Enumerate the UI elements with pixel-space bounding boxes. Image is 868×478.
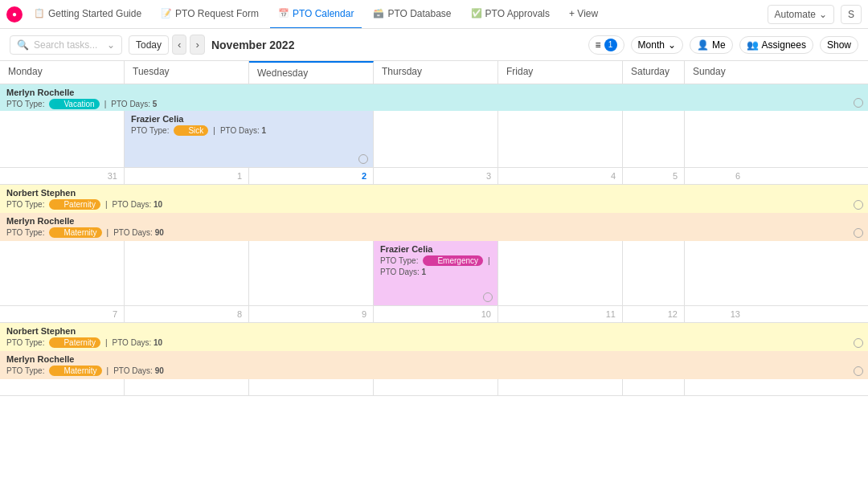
month-label: November 2022 (211, 39, 295, 51)
week2-emergency-row: Frazier Celia PTO Type: Emergency | PTO … (0, 241, 868, 305)
date-13: 13 (685, 306, 747, 322)
filter-chip[interactable]: ≡ 1 (588, 35, 624, 55)
toolbar: 🔍 Search tasks... ⌄ Today ‹ › November 2… (0, 29, 868, 61)
cell-mon-w2[interactable] (0, 241, 125, 305)
date-9: 9 (249, 306, 374, 322)
badge-maternity-w3: Maternity (49, 366, 101, 376)
header-thursday: Thursday (374, 61, 498, 84)
assignees-icon: 👥 (747, 39, 759, 51)
filter-icon: ≡ (596, 39, 601, 51)
date-8: 8 (125, 306, 249, 322)
tab-icon-pto-approvals: ✅ (471, 8, 482, 18)
expand-indicator-2 (358, 154, 368, 164)
nav-right: Automate ⌄ S (768, 5, 862, 24)
badge-sick: Sick (174, 125, 208, 136)
week-row-3: Norbert Stephen PTO Type: Paternity | PT… (0, 323, 868, 396)
maternity-dot-w3 (54, 368, 60, 374)
tab-view[interactable]: + View (561, 0, 606, 29)
prev-button[interactable]: ‹ (172, 35, 186, 55)
month-selector[interactable]: Month ⌄ (631, 36, 683, 54)
tab-pto-calendar[interactable]: 📅 PTO Calendar (270, 0, 362, 29)
tab-pto-request[interactable]: 📝 PTO Request Form (153, 0, 267, 29)
cell-sat-w2[interactable] (623, 241, 685, 305)
day-headers: Monday Tuesday Wednesday Thursday Friday… (0, 61, 868, 84)
calendar: Monday Tuesday Wednesday Thursday Friday… (0, 61, 868, 396)
share-button[interactable]: S (841, 5, 862, 24)
person-icon: 👤 (697, 39, 709, 51)
header-monday: Monday (0, 61, 125, 84)
date-1: 1 (125, 168, 249, 184)
chevron-down-icon: ⌄ (107, 39, 115, 51)
event-frazier-emergency: Frazier Celia PTO Type: Emergency | PTO … (374, 241, 498, 305)
cell-sat-w1[interactable] (623, 111, 685, 167)
week1-date-row: 31 1 2 3 4 5 6 (0, 167, 868, 184)
toolbar-right: ≡ 1 Month ⌄ 👤 Me 👥 Assignees Show (588, 35, 858, 55)
paternity-dot-w3 (54, 340, 60, 346)
week-row-1: Merlyn Rochelle PTO Type: Vacation | PTO… (0, 84, 868, 185)
expand-indicator-7 (854, 366, 863, 376)
event-frazier-sick: Frazier Celia PTO Type: Sick | PTO Days:… (125, 111, 374, 167)
date-12: 12 (623, 306, 685, 322)
tab-pto-approvals[interactable]: ✅ PTO Approvals (463, 0, 558, 29)
date-6: 6 (685, 168, 747, 184)
week-row-2: Norbert Stephen PTO Type: Paternity | PT… (0, 185, 868, 323)
header-wednesday: Wednesday (249, 61, 374, 84)
date-5: 5 (623, 168, 685, 184)
show-filter[interactable]: Show (820, 36, 858, 54)
header-saturday: Saturday (623, 61, 685, 84)
tab-pto-database[interactable]: 🗃️ PTO Database (365, 0, 459, 29)
expand-indicator-6 (854, 338, 863, 348)
chevron-down-icon: ⌄ (668, 39, 676, 51)
event-norbert-paternity-w3: Norbert Stephen PTO Type: Paternity | PT… (0, 323, 868, 351)
date-31: 31 (0, 168, 125, 184)
chevron-down-icon: ⌄ (819, 9, 827, 20)
date-4: 4 (498, 168, 623, 184)
badge-paternity-w3: Paternity (49, 337, 100, 348)
cell-sun-w1[interactable] (685, 111, 747, 167)
event-merlyn-maternity-w3: Merlyn Rochelle PTO Type: Maternity | PT… (0, 351, 868, 379)
tab-icon-pto-calendar: 📅 (278, 8, 289, 18)
header-tuesday: Tuesday (125, 61, 249, 84)
cell-fri-w1[interactable] (498, 111, 623, 167)
paternity-dot (54, 202, 60, 208)
tab-icon-pto-database: 🗃️ (373, 8, 384, 18)
event-merlyn-maternity: Merlyn Rochelle PTO Type: Maternity | PT… (0, 213, 868, 241)
badge-emergency: Emergency (423, 255, 483, 266)
maternity-dot (54, 230, 60, 236)
cell-thu-w1[interactable] (374, 111, 498, 167)
badge-vacation: Vacation (49, 99, 99, 109)
week2-date-row: 7 8 9 10 11 12 13 (0, 305, 868, 322)
date-10: 10 (374, 306, 498, 322)
next-button[interactable]: › (190, 35, 204, 55)
cell-tue-w2[interactable] (125, 241, 249, 305)
date-11: 11 (498, 306, 623, 322)
vacation-dot (54, 101, 60, 108)
automate-button[interactable]: Automate ⌄ (768, 5, 834, 24)
search-icon: 🔍 (17, 39, 29, 51)
badge-paternity: Paternity (49, 199, 100, 210)
event-merlyn-vacation: Merlyn Rochelle PTO Type: Vacation | PTO… (0, 84, 868, 111)
expand-indicator-5 (483, 292, 493, 302)
today-button[interactable]: Today (129, 35, 169, 55)
badge-maternity: Maternity (49, 227, 101, 238)
search-box[interactable]: 🔍 Search tasks... ⌄ (10, 35, 122, 55)
week1-sick-row: Frazier Celia PTO Type: Sick | PTO Days:… (0, 111, 868, 167)
cell-fri-w2[interactable] (498, 241, 623, 305)
date-3: 3 (374, 168, 498, 184)
expand-indicator-3 (854, 200, 863, 210)
app-logo: ● (6, 6, 23, 22)
tab-getting-started[interactable]: 📋 Getting Started Guide (26, 0, 149, 29)
expand-indicator (854, 98, 863, 108)
emergency-dot (428, 258, 434, 264)
assignees-filter[interactable]: 👥 Assignees (739, 36, 813, 54)
header-sunday: Sunday (685, 61, 747, 84)
cell-mon-w1[interactable] (0, 111, 125, 167)
event-norbert-paternity: Norbert Stephen PTO Type: Paternity | PT… (0, 185, 868, 213)
cell-sun-w2[interactable] (685, 241, 747, 305)
week3-empty-row (0, 379, 868, 395)
cell-wed-w2[interactable] (249, 241, 374, 305)
calendar-body: Merlyn Rochelle PTO Type: Vacation | PTO… (0, 84, 868, 396)
me-filter[interactable]: 👤 Me (690, 36, 733, 54)
sick-dot (178, 128, 185, 134)
header-friday: Friday (498, 61, 623, 84)
